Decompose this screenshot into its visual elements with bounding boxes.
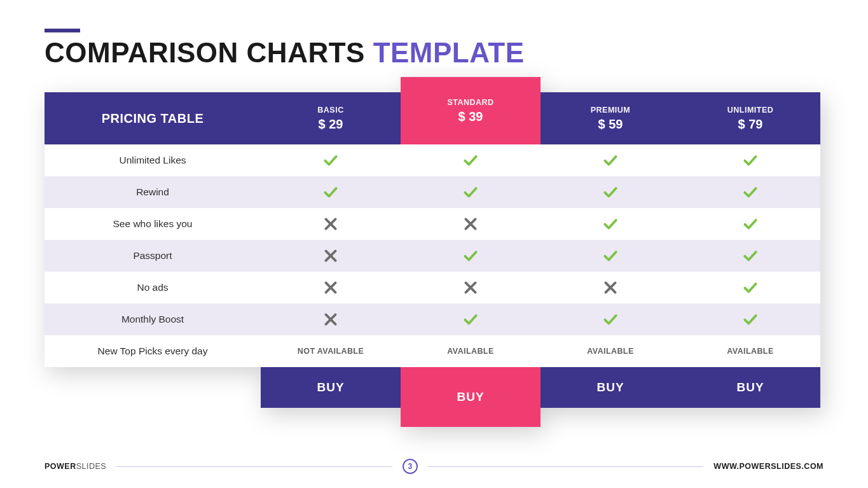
feature-cell xyxy=(401,303,541,335)
feature-cell: AVAILABLE xyxy=(680,335,820,367)
feature-cell xyxy=(401,208,541,240)
check-icon xyxy=(742,152,759,169)
feature-cell xyxy=(261,303,401,335)
footer-rule-right xyxy=(428,466,704,467)
footer-url: WWW.POWERSLIDES.COM xyxy=(713,462,823,471)
check-icon xyxy=(602,184,619,200)
cross-icon xyxy=(462,279,479,296)
feature-cell xyxy=(680,303,820,335)
feature-cell xyxy=(401,272,541,303)
slide-footer: POWERSLIDES 3 WWW.POWERSLIDES.COM xyxy=(45,459,823,474)
cross-icon xyxy=(602,279,619,296)
check-icon xyxy=(462,247,479,264)
footer-rule-left xyxy=(116,466,392,467)
plan-header-standard: STANDARD $ 39 xyxy=(401,77,541,144)
status-text: AVAILABLE xyxy=(587,347,633,356)
check-icon xyxy=(742,279,759,296)
check-icon xyxy=(602,152,619,169)
feature-cell xyxy=(401,176,541,208)
cross-icon xyxy=(322,311,339,328)
feature-cell xyxy=(541,176,680,208)
footer-brand-2: SLIDES xyxy=(76,462,106,471)
feature-cell xyxy=(680,144,820,176)
cross-icon xyxy=(462,216,479,232)
plan-header-premium: PREMIUM $ 59 xyxy=(541,92,680,144)
feature-cell xyxy=(401,240,541,272)
feature-label: No ads xyxy=(45,272,261,303)
feature-cell xyxy=(261,240,401,272)
feature-cell xyxy=(401,144,541,176)
page-title: COMPARISON CHARTS TEMPLATE xyxy=(45,38,823,68)
feature-cell xyxy=(680,240,820,272)
feature-cell: NOT AVAILABLE xyxy=(261,335,401,367)
check-icon xyxy=(742,184,759,200)
footer-brand-1: POWER xyxy=(45,462,76,471)
check-icon xyxy=(742,247,759,264)
check-icon xyxy=(602,311,619,328)
status-text: AVAILABLE xyxy=(447,347,493,356)
page-title-part1: COMPARISON CHARTS xyxy=(45,37,373,68)
check-icon xyxy=(462,184,479,200)
check-icon xyxy=(742,216,759,232)
cross-icon xyxy=(322,216,339,232)
status-text: NOT AVAILABLE xyxy=(298,347,364,356)
feature-cell xyxy=(541,303,680,335)
check-icon xyxy=(322,152,339,169)
buy-button-basic[interactable]: BUY xyxy=(261,367,401,408)
footer-brand: POWERSLIDES xyxy=(45,462,106,471)
feature-cell xyxy=(261,144,401,176)
feature-cell xyxy=(541,144,680,176)
feature-cell xyxy=(680,208,820,240)
feature-label: Passport xyxy=(45,240,261,272)
cross-icon xyxy=(322,247,339,264)
pricing-table: PRICING TABLE BASIC $ 29 STANDARD $ 39 P… xyxy=(45,92,820,408)
feature-cell xyxy=(261,208,401,240)
feature-label: New Top Picks every day xyxy=(45,335,261,367)
feature-cell xyxy=(541,272,680,303)
feature-label: Monthly Boost xyxy=(45,303,261,335)
check-icon xyxy=(602,247,619,264)
feature-cell xyxy=(261,272,401,303)
feature-cell xyxy=(680,272,820,303)
buy-button-unlimited[interactable]: BUY xyxy=(680,367,820,408)
page-number: 3 xyxy=(403,459,418,474)
feature-cell xyxy=(541,240,680,272)
feature-cell xyxy=(680,176,820,208)
feature-cell: AVAILABLE xyxy=(541,335,680,367)
feature-label: Rewind xyxy=(45,176,261,208)
plan-header-basic: BASIC $ 29 xyxy=(261,92,401,144)
buy-row-spacer xyxy=(45,367,261,408)
check-icon xyxy=(462,311,479,328)
status-text: AVAILABLE xyxy=(727,347,773,356)
feature-label: Unlimited Likes xyxy=(45,144,261,176)
feature-cell xyxy=(541,208,680,240)
check-icon xyxy=(742,311,759,328)
plan-header-unlimited: UNLIMITED $ 79 xyxy=(680,92,820,144)
feature-label: See who likes you xyxy=(45,208,261,240)
check-icon xyxy=(322,184,339,200)
buy-button-standard[interactable]: BUY xyxy=(401,367,541,427)
pricing-header-label: PRICING TABLE xyxy=(45,92,261,144)
page-title-part2: TEMPLATE xyxy=(373,37,525,68)
feature-cell: AVAILABLE xyxy=(401,335,541,367)
title-accent-bar xyxy=(45,29,80,32)
feature-cell xyxy=(261,176,401,208)
buy-button-premium[interactable]: BUY xyxy=(541,367,680,408)
check-icon xyxy=(602,216,619,232)
check-icon xyxy=(462,152,479,169)
cross-icon xyxy=(322,279,339,296)
